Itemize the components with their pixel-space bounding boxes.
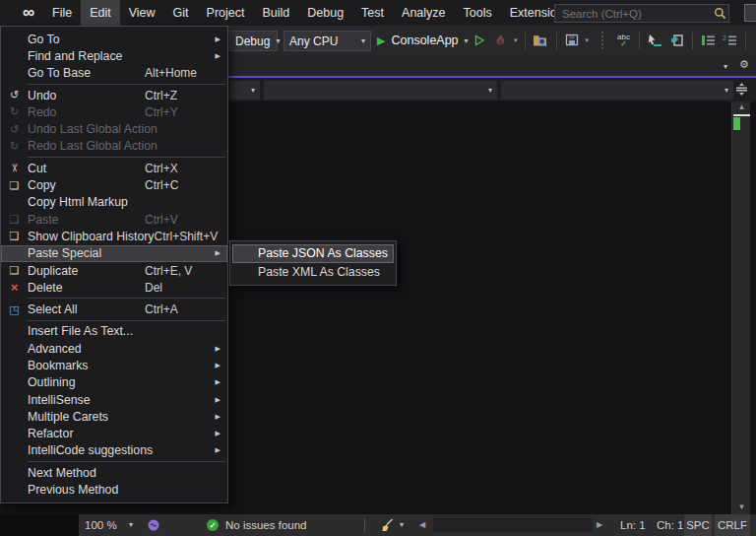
delete-icon: ×	[1, 280, 28, 295]
menu-item-insert-file-as-text[interactable]: Insert File As Text...	[1, 323, 227, 340]
paste-next-button[interactable]	[668, 33, 685, 49]
submenu-arrow-icon: ▶	[216, 396, 220, 404]
menu-item-undo-last-global-action[interactable]: ↺Undo Last Global Action	[1, 120, 227, 137]
configuration-value: Debug	[235, 34, 270, 48]
menu-shortcut: Ctrl+V	[145, 213, 227, 227]
menu-item-undo[interactable]: ↺UndoCtrl+Z	[1, 87, 227, 103]
undo-icon: ↺	[1, 123, 28, 136]
start-debugging-button[interactable]: ▶ ConsoleApp ▾	[377, 29, 469, 52]
menu-label: Redo Last Global Action	[28, 139, 158, 153]
visual-studio-logo-icon: ∞	[14, 3, 43, 23]
navigate-cursor-button[interactable]	[647, 33, 663, 49]
menu-label: Insert File As Text...	[28, 324, 133, 338]
menu-view[interactable]: View	[120, 0, 164, 26]
search-input[interactable]	[555, 8, 714, 20]
menu-test[interactable]: Test	[352, 0, 393, 26]
menu-shortcut: Ctrl+Z	[145, 89, 227, 102]
scroll-right-icon[interactable]: ▶	[597, 514, 602, 536]
menu-item-paste-xml-as-classes[interactable]: Paste XML As Classes	[232, 263, 394, 282]
column-indicator[interactable]: Ch: 1	[657, 514, 684, 536]
tab-list-dropdown-icon[interactable]: ▾	[724, 59, 727, 71]
solution-platform-dropdown[interactable]: Any CPU ▾	[284, 31, 371, 51]
menu-project[interactable]: Project	[198, 0, 254, 26]
menu-item-go-to-base[interactable]: Go To BaseAlt+Home	[1, 65, 227, 82]
line-indicator[interactable]: Ln: 1	[620, 514, 646, 536]
menu-item-advanced[interactable]: Advanced▶	[1, 340, 227, 357]
menu-item-copy[interactable]: ❏CopyCtrl+C	[1, 176, 227, 193]
find-in-files-button[interactable]	[533, 33, 549, 49]
type-dropdown[interactable]: ▾	[264, 81, 497, 100]
intellicode-icon[interactable]	[148, 519, 159, 531]
spell-checker-button[interactable]: abc✓	[615, 33, 632, 49]
increase-indent-button[interactable]: 2	[722, 33, 738, 49]
solution-configuration-dropdown[interactable]: Debug ▾	[229, 31, 278, 51]
menu-item-next-method[interactable]: Next Method	[1, 464, 227, 481]
scroll-left-icon[interactable]: ◀	[419, 514, 425, 536]
menu-label: Paste	[28, 213, 58, 227]
menu-item-redo[interactable]: ↻RedoCtrl+Y	[1, 103, 227, 120]
menu-item-redo-last-global-action[interactable]: ↻Redo Last Global Action	[1, 138, 227, 155]
scroll-up-icon[interactable]: ▲	[732, 102, 751, 111]
chevron-down-icon[interactable]: ▾	[586, 36, 590, 44]
menu-item-bookmarks[interactable]: Bookmarks▶	[1, 357, 227, 373]
menu-item-cut[interactable]: ✂CutCtrl+X	[1, 160, 227, 176]
menu-item-paste-json-as-classes[interactable]: Paste JSON As Classes	[232, 244, 394, 263]
menu-debug[interactable]: Debug	[298, 0, 352, 26]
menu-item-multiple-carets[interactable]: Multiple Carets▶	[1, 408, 227, 425]
toolbar-grip[interactable]	[594, 33, 610, 49]
project-dropdown[interactable]: ▾	[229, 81, 260, 100]
hot-reload-button[interactable]	[492, 33, 509, 49]
issues-status-text[interactable]: No issues found	[225, 514, 306, 536]
menu-edit[interactable]: Edit	[81, 0, 120, 26]
redo-icon: ↻	[1, 140, 28, 153]
menu-item-go-to[interactable]: Go To▶	[1, 31, 227, 47]
chevron-down-icon[interactable]: ▾	[514, 36, 518, 44]
spaces-indicator[interactable]: SPC	[684, 514, 712, 536]
start-without-debugging-button[interactable]	[471, 33, 487, 49]
chevron-down-icon[interactable]: ▾	[400, 514, 404, 536]
svg-text:2: 2	[723, 34, 726, 41]
menu-item-show-clipboard-history[interactable]: ❑Show Clipboard HistoryCtrl+Shift+V	[1, 228, 227, 244]
menu-item-duplicate[interactable]: ❏DuplicateCtrl+E, V	[1, 262, 227, 279]
split-window-button[interactable]	[732, 81, 750, 97]
menu-shortcut: Ctrl+E, V	[145, 264, 227, 278]
account-button[interactable]	[744, 4, 756, 22]
menu-item-select-all[interactable]: ◳Select AllCtrl+A	[1, 301, 227, 317]
code-cleanup-icon[interactable]	[380, 518, 395, 532]
menu-file[interactable]: File	[43, 0, 81, 26]
menu-analyze[interactable]: Analyze	[393, 0, 454, 26]
menu-item-copy-html-markup[interactable]: Copy Html Markup	[1, 194, 227, 211]
vertical-scrollbar[interactable]: ▲ ▼	[731, 101, 750, 514]
menu-tools[interactable]: Tools	[455, 0, 501, 26]
line-ending-indicator[interactable]: CRLF	[715, 514, 750, 536]
gear-icon[interactable]: ⚙	[739, 58, 749, 71]
decrease-indent-button[interactable]	[700, 33, 717, 49]
submenu-arrow-icon: ▶	[216, 35, 220, 43]
zoom-level-control[interactable]: 100 %	[85, 514, 117, 536]
menu-git[interactable]: Git	[164, 0, 198, 26]
member-dropdown[interactable]: ▾	[501, 81, 733, 100]
paste-special-submenu: Paste JSON As Classes Paste XML As Class…	[229, 240, 397, 286]
menu-item-previous-method[interactable]: Previous Method	[1, 481, 227, 498]
menu-shortcut: Del	[145, 281, 227, 295]
submenu-arrow-icon: ▶	[216, 413, 220, 421]
status-divider	[364, 518, 365, 532]
quick-search-box[interactable]	[554, 4, 729, 23]
horizontal-scrollbar-track[interactable]	[433, 518, 593, 532]
issues-check-icon: ✓	[207, 519, 219, 531]
menu-item-intellicode-suggestions[interactable]: IntelliCode suggestions▶	[1, 442, 227, 459]
menu-item-paste[interactable]: ❑PasteCtrl+V	[1, 211, 227, 228]
title-menu-bar: ∞ File Edit View Git Project Build Debug…	[0, 0, 756, 26]
menu-label: Go To	[28, 33, 60, 46]
menu-item-intellisense[interactable]: IntelliSense▶	[1, 391, 227, 408]
chevron-down-icon: ▾	[276, 36, 280, 45]
save-all-button[interactable]	[564, 33, 581, 49]
menu-build[interactable]: Build	[253, 0, 298, 26]
scroll-down-icon[interactable]: ▼	[732, 502, 751, 511]
menu-item-delete[interactable]: ×DeleteDel	[1, 279, 227, 296]
menu-item-find-and-replace[interactable]: Find and Replace▶	[1, 47, 227, 64]
menu-item-outlining[interactable]: Outlining▶	[1, 374, 227, 391]
chevron-down-icon[interactable]: ▾	[129, 514, 133, 536]
menu-item-paste-special[interactable]: Paste Special▶	[1, 245, 227, 262]
menu-item-refactor[interactable]: Refactor▶	[1, 426, 227, 442]
